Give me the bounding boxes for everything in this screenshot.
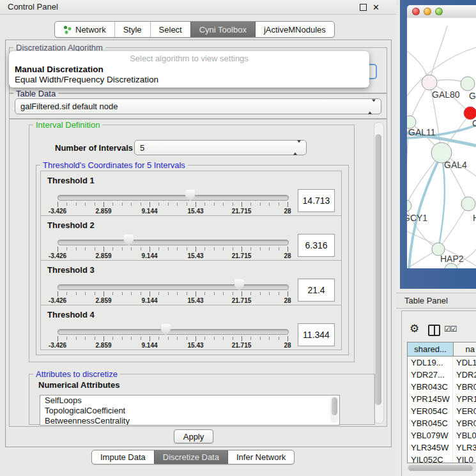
apply-button[interactable]: Apply <box>174 429 213 443</box>
table-row[interactable]: YBR045CYBR0 <box>408 417 476 429</box>
cell-shared-name[interactable]: YDL19... <box>408 357 453 369</box>
threshold-value-field[interactable]: 6.316 <box>298 234 335 257</box>
tick-label: 9.144 <box>141 208 157 215</box>
close-traffic-light[interactable] <box>412 8 420 15</box>
table-row[interactable]: YER054CYER0 <box>408 405 476 417</box>
threshold-value-field[interactable]: 11.344 <box>298 323 335 346</box>
settings-scrollbar[interactable] <box>374 122 384 424</box>
numerical-attributes-list[interactable]: SelfLoopsTopologicalCoefficientBetweenne… <box>40 395 340 426</box>
slider-ticks: -3.4262.8599.14415.4321.71528 <box>41 171 341 215</box>
cell-name[interactable]: YBR0 <box>453 417 476 429</box>
cyni-bottom-tabbar: Impute DataDiscretize DataInfer Network <box>91 450 295 464</box>
tab-network[interactable]: Network <box>55 22 114 37</box>
thresholds-group: Threshold's Coordinates for 5 Intervals … <box>36 165 349 355</box>
tick-label: 21.715 <box>232 342 252 349</box>
thresholds-stack: Threshold 1 -3.4262.8599.14415.4321.7152… <box>40 171 342 350</box>
attribute-list-item[interactable]: SelfLoops <box>40 395 339 406</box>
tab-impute-data[interactable]: Impute Data <box>92 450 154 464</box>
table-row[interactable]: YLR345WYLR3 <box>408 441 476 454</box>
tick-label: -3.426 <box>49 342 66 349</box>
column-header-shared-name[interactable]: shared... <box>408 342 454 356</box>
tab-style[interactable]: Style <box>114 22 150 37</box>
table-row[interactable]: YDR27...YDR2 <box>408 369 476 381</box>
gear-icon[interactable]: ⚙ <box>410 322 419 335</box>
table-data-value: galFiltered.sif default node <box>20 102 118 111</box>
table-data-combobox[interactable]: galFiltered.sif default node <box>15 98 381 114</box>
attribute-list-item[interactable]: TopologicalCoefficient <box>40 406 339 416</box>
tick-label: 9.144 <box>141 342 157 349</box>
cell-name[interactable]: YBL0 <box>453 429 476 441</box>
cell-name[interactable]: YPR1 <box>453 393 476 405</box>
table-row[interactable]: YPR145WYPR1 <box>408 393 476 405</box>
network-node[interactable] <box>461 77 475 91</box>
float-window-icon[interactable] <box>360 4 367 11</box>
attributes-scrollbar[interactable] <box>330 396 339 423</box>
tick-label: 2.859 <box>95 208 111 215</box>
node-label: HAP2 <box>440 254 464 264</box>
network-node-selected[interactable] <box>464 107 476 119</box>
threshold-value-field[interactable]: 14.713 <box>298 189 335 212</box>
table-row[interactable]: YBL079WYBL0 <box>408 429 476 441</box>
slider-ticks: -3.4262.8599.14415.4321.71528 <box>41 216 341 260</box>
close-icon[interactable]: ✕ <box>372 1 380 13</box>
threshold-panel: Threshold 2 -3.4262.8599.14415.4321.7152… <box>40 215 342 261</box>
cell-name[interactable]: YER0 <box>453 405 476 417</box>
cell-shared-name[interactable]: YBR045C <box>408 417 453 429</box>
cell-shared-name[interactable]: YDR27... <box>408 369 453 381</box>
tick-label: 9.144 <box>141 252 157 259</box>
table-horizontal-scrollbar[interactable] <box>407 464 476 472</box>
cell-name[interactable]: YLR3 <box>453 441 476 454</box>
tick-label: 2.859 <box>95 342 111 349</box>
tab-select[interactable]: Select <box>150 22 190 37</box>
slider-ticks: -3.4262.8599.14415.4321.71528 <box>41 305 341 349</box>
network-canvas[interactable]: GAL80GACGAL11GAL4GCY1HHAP2 <box>407 18 476 268</box>
network-node[interactable] <box>461 197 475 211</box>
cell-name[interactable]: YBR0 <box>453 381 476 393</box>
attribute-list-item[interactable]: BetweennessCentrality <box>40 416 339 426</box>
tick-label: 21.715 <box>232 208 252 215</box>
network-window-titlebar[interactable] <box>407 5 476 19</box>
cell-shared-name[interactable]: YER054C <box>408 405 453 417</box>
cell-shared-name[interactable]: YBR043C <box>408 381 453 393</box>
dropdown-option-manual-discretization[interactable]: Manual Discretization <box>15 65 104 74</box>
table-row[interactable]: YIL052CYIL0 <box>408 454 476 463</box>
scrollbar-thumb[interactable] <box>332 397 337 415</box>
tab-discretize-data[interactable]: Discretize Data <box>154 450 227 464</box>
threshold-panel: Threshold 4 -3.4262.8599.14415.4321.7152… <box>40 305 342 350</box>
cell-name[interactable]: YDL1 <box>453 357 476 369</box>
cell-name[interactable]: YIL0 <box>453 454 476 463</box>
select-columns-icon[interactable]: ☑☑ <box>444 325 457 334</box>
tab-infer-network[interactable]: Infer Network <box>227 450 294 464</box>
network-node[interactable] <box>445 263 457 268</box>
table-data-group: Table Data galFiltered.sif default node <box>9 93 387 119</box>
threshold-value-field[interactable]: 21.4 <box>298 279 335 302</box>
column-header-name[interactable]: na <box>454 342 476 356</box>
settings-scroll-area: Interval Definition Number of Intervals … <box>9 119 387 427</box>
cell-name[interactable]: YDR2 <box>453 369 476 381</box>
tick-label: 15.43 <box>187 252 203 259</box>
tab-cyni-toolbox[interactable]: Cyni Toolbox <box>190 22 255 37</box>
node-label: H <box>473 213 476 223</box>
tab-label: Network <box>75 25 106 35</box>
cell-shared-name[interactable]: YBL079W <box>408 429 453 441</box>
minimize-traffic-light[interactable] <box>424 8 431 15</box>
zoom-traffic-light[interactable] <box>435 8 443 15</box>
dropdown-option-equal-width-frequency[interactable]: Equal Width/Frequency Discretization <box>15 75 158 84</box>
table-row[interactable]: YDL19...YDL1 <box>408 357 476 369</box>
interval-definition-group: Interval Definition Number of Intervals … <box>29 125 355 362</box>
number-of-intervals-label: Number of Intervals <box>55 143 133 153</box>
stepper-icon <box>293 143 301 153</box>
cell-shared-name[interactable]: YIL052C <box>408 454 453 463</box>
scrollbar-thumb[interactable] <box>408 465 473 471</box>
number-of-intervals-combobox[interactable]: 5 <box>134 140 307 155</box>
scrollbar-thumb[interactable] <box>375 134 381 405</box>
tab-jactivemnodules[interactable]: jActiveMNodules <box>255 22 334 37</box>
tab-label: Infer Network <box>236 452 286 462</box>
column-layout-icon[interactable] <box>428 325 440 336</box>
network-node[interactable] <box>422 75 437 90</box>
network-node[interactable] <box>407 200 411 211</box>
node-label: GCY1 <box>407 213 427 223</box>
cell-shared-name[interactable]: YPR145W <box>408 393 453 405</box>
cell-shared-name[interactable]: YLR345W <box>408 441 453 454</box>
table-row[interactable]: YBR043CYBR0 <box>408 381 476 393</box>
